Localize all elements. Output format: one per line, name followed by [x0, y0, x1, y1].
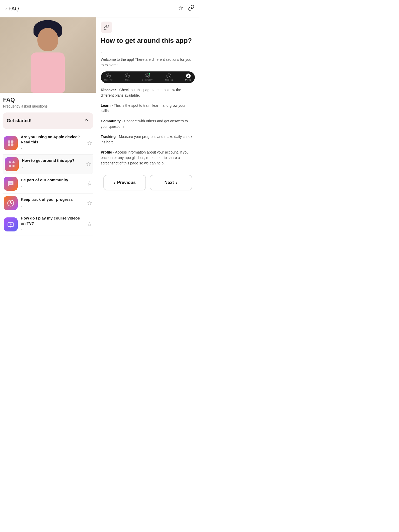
community-heading: Community [101, 119, 121, 123]
nav-item-tracking: Tracking [165, 74, 173, 81]
nav-buttons: ‹ Previous Next › [101, 171, 195, 195]
svg-point-9 [10, 183, 11, 184]
learn-heading: Learn [101, 103, 111, 108]
faq-star-community[interactable]: ☆ [87, 180, 92, 187]
svg-point-6 [9, 165, 11, 167]
tracking-nav-label: Tracking [165, 79, 173, 81]
faq-item-text-track: Keep track of your progress · [21, 197, 84, 209]
faq-icon-tv [4, 217, 18, 231]
discover-nav-icon [106, 74, 111, 78]
header-icons: ☆ [178, 5, 194, 12]
nav-item-community: Community [142, 74, 152, 81]
article-dot: . [101, 48, 195, 54]
profile-nav-icon [186, 74, 191, 78]
hero-image [0, 17, 96, 93]
learn-text: - This is the spot to train, learn, and … [101, 103, 186, 113]
previous-button[interactable]: ‹ Previous [103, 175, 146, 190]
svg-point-17 [188, 75, 189, 76]
faq-item-track[interactable]: Keep track of your progress · ☆ [3, 194, 93, 213]
content-wrapper: FAQ Frequently asked questions Get start… [0, 17, 200, 238]
community-desc: Community - Connect with others and get … [101, 118, 195, 129]
svg-point-12 [10, 223, 12, 225]
community-dot [149, 73, 150, 75]
svg-rect-3 [11, 143, 13, 146]
faq-item-text-community: Be part of our community · [21, 177, 84, 190]
svg-point-15 [126, 75, 128, 77]
person-head [37, 28, 58, 51]
train-nav-icon [125, 74, 130, 78]
profile-text: - Access information about your account.… [101, 150, 189, 165]
faq-item-text-navigate: How to get around this app? · [22, 158, 83, 170]
tracking-desc: Tracking - Measure your progress and mak… [101, 134, 195, 145]
faq-item-navigate[interactable]: How to get around this app? · ☆ [3, 155, 93, 174]
next-button[interactable]: Next › [150, 175, 192, 190]
faq-icon-track [4, 196, 18, 210]
tracking-heading: Tracking [101, 135, 116, 139]
nav-bar-preview: Discover Train Community [101, 71, 195, 83]
community-nav-label: Community [142, 79, 152, 81]
faq-item-apple[interactable]: Are you using an Apple device? Read this… [3, 132, 93, 155]
get-started-label: Get started! [7, 118, 31, 123]
svg-point-5 [12, 161, 15, 163]
nav-item-profile: Profile [185, 74, 191, 81]
faq-item-title-community: Be part of our community [21, 177, 84, 183]
faq-item-title-navigate: How to get around this app? [22, 158, 83, 163]
faq-star-navigate[interactable]: ☆ [86, 161, 91, 168]
header-left: ‹ FAQ [5, 6, 19, 12]
page-meta-title: FAQ [3, 96, 93, 103]
nav-item-train: Train [125, 74, 130, 81]
discover-heading: Discover [101, 88, 116, 92]
faq-star-tv[interactable]: ☆ [87, 221, 92, 228]
page-meta: FAQ Frequently asked questions [0, 93, 96, 110]
person-body [31, 52, 65, 93]
faq-item-text-tv: How do I play my course videos on TV? · [21, 216, 84, 233]
prev-icon: ‹ [114, 180, 115, 185]
next-icon: › [176, 180, 178, 185]
previous-label: Previous [117, 180, 136, 185]
learn-desc: Learn - This is the spot to train, learn… [101, 103, 195, 114]
svg-point-8 [9, 183, 10, 184]
header-title: FAQ [9, 6, 19, 12]
article-title: How to get around this app? [101, 37, 195, 45]
article-intro: Welcome to the app! There are different … [101, 57, 195, 68]
train-nav-label: Train [125, 79, 130, 81]
nav-item-discover: Discover [104, 74, 112, 81]
faq-item-title-tv: How do I play my course videos on TV? [21, 216, 84, 226]
article-link-icon [101, 22, 112, 33]
faq-item-tv[interactable]: How do I play my course videos on TV? · … [3, 213, 93, 236]
faq-star-apple[interactable]: ☆ [87, 140, 92, 147]
svg-rect-2 [11, 140, 13, 143]
page-meta-subtitle: Frequently asked questions [3, 104, 93, 108]
svg-point-7 [12, 165, 15, 167]
profile-heading: Profile [101, 150, 112, 154]
right-column: How to get around this app? . Welcome to… [96, 17, 200, 238]
tracking-nav-icon [167, 74, 171, 78]
svg-point-10 [11, 183, 12, 184]
header: ‹ FAQ ☆ [0, 0, 200, 17]
left-column: FAQ Frequently asked questions Get start… [0, 17, 96, 238]
svg-rect-1 [8, 143, 10, 146]
svg-point-14 [108, 76, 109, 76]
faq-item-title-track: Keep track of your progress [21, 197, 84, 202]
faq-item-text-apple: Are you using an Apple device? Read this… [21, 134, 84, 152]
bookmark-icon[interactable]: ☆ [178, 5, 183, 12]
faq-item-title-apple: Are you using an Apple device? Read this… [21, 134, 84, 144]
svg-point-4 [9, 161, 11, 163]
back-button[interactable]: ‹ [5, 6, 7, 12]
profile-desc: Profile - Access information about your … [101, 150, 195, 166]
faq-section: Get started! A [0, 110, 96, 238]
faq-item-community[interactable]: Be part of our community · ☆ [3, 174, 93, 194]
discover-desc: Discover - Check out this page to get to… [101, 87, 195, 98]
faq-icon-navigate [5, 157, 19, 171]
profile-nav-label: Profile [185, 79, 191, 81]
faq-icon-community [4, 177, 18, 191]
link-icon[interactable] [188, 5, 194, 12]
person-illustration [22, 20, 74, 93]
chevron-up-icon [83, 117, 89, 124]
get-started-accordion[interactable]: Get started! [3, 112, 93, 129]
faq-icon-apple [4, 136, 18, 150]
next-label: Next [164, 180, 174, 185]
discover-nav-label: Discover [104, 79, 112, 81]
svg-rect-0 [8, 140, 10, 143]
faq-star-track[interactable]: ☆ [87, 200, 92, 207]
